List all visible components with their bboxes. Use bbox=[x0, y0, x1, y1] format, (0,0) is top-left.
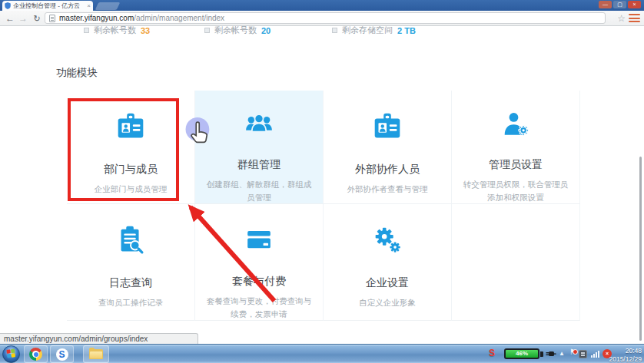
people-group-icon bbox=[241, 109, 277, 140]
taskbar-clock[interactable]: 20:48 2015/12/29 bbox=[599, 347, 642, 363]
chrome-icon bbox=[29, 348, 42, 361]
credit-card-icon bbox=[241, 223, 277, 256]
module-desc: 查询员工操作记录 bbox=[77, 296, 184, 309]
module-grid: 部门与成员 企业部门与成员管理 群组管理 创建群组、解散群组，群组成员管理 bbox=[67, 91, 580, 321]
stat-value: 33 bbox=[141, 26, 150, 35]
tab-title: 企业控制台管理 - 亿方云 bbox=[13, 2, 85, 10]
stat-label: 剩余存储空间 bbox=[342, 26, 393, 36]
stat-remaining-accounts-2: 剩余帐号数 20 bbox=[204, 26, 271, 36]
empty-grid-cell bbox=[452, 204, 580, 321]
action-center-flag-icon[interactable]: ⚑ bbox=[569, 348, 576, 356]
chrome-menu-icon[interactable] bbox=[629, 14, 640, 22]
window-minimize-button[interactable]: — bbox=[599, 1, 612, 8]
scrollbar-thumb[interactable] bbox=[639, 157, 642, 341]
stat-value: 2 TB bbox=[397, 26, 416, 35]
url-domain: master.yifangyun.com bbox=[59, 14, 134, 22]
url-text: master.yifangyun.com/admin/management/in… bbox=[59, 14, 224, 22]
battery-cap bbox=[540, 351, 543, 357]
screenshot-root: 企业控制台管理 - 亿方云 × — ▢ × ← → ↻ master.yifan… bbox=[0, 0, 644, 363]
id-badge-icon bbox=[370, 109, 405, 144]
module-title: 部门与成员 bbox=[104, 163, 158, 177]
input-method-icon[interactable] bbox=[579, 350, 587, 358]
stat-remaining-accounts: 剩余帐号数 33 bbox=[84, 26, 150, 36]
status-link-bar: master.yifangyun.com/admin/groups/index bbox=[0, 333, 198, 344]
browser-toolbar: ← → ↻ master.yifangyun.com/admin/managem… bbox=[0, 11, 644, 26]
person-gear-icon bbox=[498, 109, 533, 140]
module-card-admin-settings[interactable]: 管理员设置 转交管理员权限，联合管理员添加和权限设置 bbox=[452, 91, 580, 204]
taskbar-sogou-button[interactable]: S bbox=[50, 345, 74, 363]
browser-tab-strip: 企业控制台管理 - 亿方云 × — ▢ × bbox=[0, 0, 644, 11]
module-desc: 转交管理员权限，联合管理员添加和权限设置 bbox=[462, 178, 569, 203]
page-content: 剩余帐号数 33 剩余帐号数 20 剩余存储空间 2 TB 功能模块 bbox=[0, 26, 644, 344]
module-card-log-query[interactable]: 日志查询 查询员工操作记录 bbox=[67, 204, 195, 321]
module-card-plan-payment[interactable]: 套餐与付费 套餐查询与更改，付费查询与续费，发票申请 bbox=[195, 204, 324, 321]
hidden-icons-caret-icon[interactable]: ▲ bbox=[559, 350, 565, 357]
module-desc: 外部协作者查看与管理 bbox=[334, 183, 441, 195]
url-path: /admin/management/index bbox=[134, 14, 224, 22]
address-bar[interactable]: master.yifangyun.com/admin/management/in… bbox=[45, 12, 606, 24]
stat-square-icon bbox=[332, 28, 337, 33]
start-button-icon[interactable] bbox=[2, 345, 20, 363]
shield-favicon-icon bbox=[5, 2, 11, 9]
id-badge-icon bbox=[113, 109, 148, 144]
module-title: 群组管理 bbox=[237, 158, 281, 172]
tab-close-icon[interactable]: × bbox=[87, 3, 91, 9]
module-title: 套餐与付费 bbox=[232, 275, 286, 289]
folder-icon bbox=[89, 349, 103, 359]
taskbar-explorer-button[interactable] bbox=[83, 345, 109, 363]
windows-taskbar: S S 46% ▲ ⚑ × 20:48 2015/12/29 bbox=[0, 344, 644, 363]
clock-time: 20:48 bbox=[599, 347, 642, 355]
bookmark-star-icon[interactable]: ☆ bbox=[617, 12, 626, 25]
window-close-button[interactable]: × bbox=[628, 1, 641, 8]
new-tab-button[interactable] bbox=[95, 2, 121, 10]
taskbar-chrome-button[interactable] bbox=[24, 345, 48, 363]
browser-tab[interactable]: 企业控制台管理 - 亿方云 × bbox=[2, 1, 93, 11]
battery-indicator[interactable]: 46% bbox=[504, 348, 539, 359]
module-desc: 自定义企业形象 bbox=[334, 296, 441, 309]
module-title: 外部协作人员 bbox=[355, 163, 420, 177]
gears-icon bbox=[370, 223, 405, 258]
module-card-departments-members[interactable]: 部门与成员 企业部门与成员管理 bbox=[67, 91, 195, 204]
module-desc: 套餐查询与更改，付费查询与续费，发票申请 bbox=[205, 295, 313, 320]
module-desc: 企业部门与成员管理 bbox=[77, 183, 184, 195]
reload-icon[interactable]: ↻ bbox=[31, 12, 43, 25]
log-search-icon bbox=[113, 223, 148, 258]
stat-remaining-storage: 剩余存储空间 2 TB bbox=[332, 26, 416, 36]
stat-label: 剩余帐号数 bbox=[214, 26, 257, 36]
page-icon bbox=[49, 15, 55, 22]
module-card-group-management[interactable]: 群组管理 创建群组、解散群组，群组成员管理 bbox=[195, 91, 324, 204]
tray-sogou-icon[interactable]: S bbox=[489, 348, 495, 358]
module-desc: 创建群组、解散群组，群组成员管理 bbox=[205, 178, 313, 203]
stats-row: 剩余帐号数 33 剩余帐号数 20 剩余存储空间 2 TB bbox=[0, 26, 644, 38]
module-title: 企业设置 bbox=[366, 276, 409, 290]
section-title: 功能模块 bbox=[56, 66, 98, 80]
stat-label: 剩余帐号数 bbox=[94, 26, 136, 36]
module-title: 管理员设置 bbox=[489, 158, 543, 172]
forward-icon[interactable]: → bbox=[17, 12, 29, 25]
back-icon[interactable]: ← bbox=[4, 12, 16, 25]
stat-square-icon bbox=[204, 28, 210, 33]
module-card-external-collaborators[interactable]: 外部协作人员 外部协作者查看与管理 bbox=[324, 91, 452, 204]
module-title: 日志查询 bbox=[109, 276, 152, 290]
stat-square-icon bbox=[84, 28, 89, 33]
stat-value: 20 bbox=[261, 26, 271, 35]
sogou-browser-icon: S bbox=[56, 348, 68, 361]
module-card-enterprise-settings[interactable]: 企业设置 自定义企业形象 bbox=[324, 204, 452, 321]
window-maximize-button[interactable]: ▢ bbox=[613, 1, 626, 8]
power-plug-icon bbox=[546, 349, 556, 358]
clock-date: 2015/12/29 bbox=[599, 355, 642, 363]
